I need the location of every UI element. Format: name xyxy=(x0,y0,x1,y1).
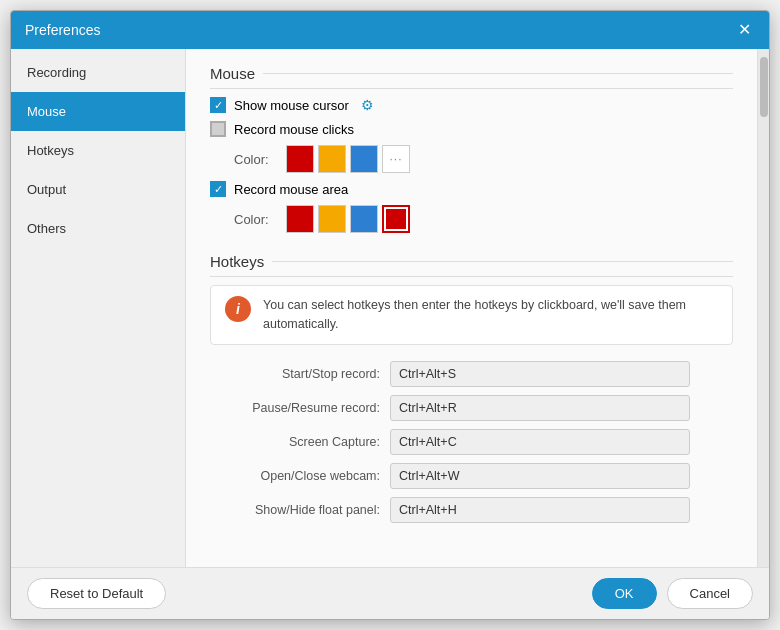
hotkey-row-1: Pause/Resume record: xyxy=(210,395,733,421)
hotkey-input-2[interactable] xyxy=(390,429,690,455)
mouse-section-title: Mouse xyxy=(210,65,733,89)
hotkey-label-0: Start/Stop record: xyxy=(210,367,390,381)
record-clicks-checkbox[interactable] xyxy=(210,121,226,137)
show-cursor-label: Show mouse cursor xyxy=(234,98,349,113)
color-swatch-more-1[interactable]: ··· xyxy=(382,145,410,173)
hotkey-row-0: Start/Stop record: xyxy=(210,361,733,387)
footer: Reset to Default OK Cancel xyxy=(11,567,769,619)
hotkeys-section-title: Hotkeys xyxy=(210,253,733,277)
record-area-label: Record mouse area xyxy=(234,182,348,197)
main-content: Mouse ✓ Show mouse cursor ⚙ xyxy=(186,49,757,567)
dialog-body: Recording Mouse Hotkeys Output Others Mo xyxy=(11,49,769,567)
checkmark-record-area: ✓ xyxy=(214,184,223,195)
sidebar-label-hotkeys: Hotkeys xyxy=(27,143,74,158)
color-swatch-blue-2[interactable] xyxy=(350,205,378,233)
info-text: You can select hotkeys then enter the ho… xyxy=(263,296,718,334)
sidebar-item-others[interactable]: Others xyxy=(11,209,185,248)
scrollbar-thumb[interactable] xyxy=(760,57,768,117)
sidebar-item-output[interactable]: Output xyxy=(11,170,185,209)
sidebar: Recording Mouse Hotkeys Output Others xyxy=(11,49,186,567)
color-label-2: Color: xyxy=(234,212,274,227)
hotkey-label-1: Pause/Resume record: xyxy=(210,401,390,415)
color-swatch-red-2[interactable] xyxy=(286,205,314,233)
color-label-1: Color: xyxy=(234,152,274,167)
hotkey-label-3: Open/Close webcam: xyxy=(210,469,390,483)
sidebar-item-mouse[interactable]: Mouse xyxy=(11,92,185,131)
hotkey-input-4[interactable] xyxy=(390,497,690,523)
hotkey-input-1[interactable] xyxy=(390,395,690,421)
sidebar-item-recording[interactable]: Recording xyxy=(11,53,185,92)
mouse-section: Mouse ✓ Show mouse cursor ⚙ xyxy=(210,65,733,233)
sidebar-label-recording: Recording xyxy=(27,65,86,80)
hotkey-input-3[interactable] xyxy=(390,463,690,489)
show-cursor-row: ✓ Show mouse cursor ⚙ xyxy=(210,97,733,113)
info-box: i You can select hotkeys then enter the … xyxy=(210,285,733,345)
record-clicks-label: Record mouse clicks xyxy=(234,122,354,137)
sidebar-label-mouse: Mouse xyxy=(27,104,66,119)
reset-button[interactable]: Reset to Default xyxy=(27,578,166,609)
sidebar-label-others: Others xyxy=(27,221,66,236)
hotkey-label-2: Screen Capture: xyxy=(210,435,390,449)
record-area-row: ✓ Record mouse area xyxy=(210,181,733,197)
record-area-checkbox[interactable]: ✓ xyxy=(210,181,226,197)
sidebar-label-output: Output xyxy=(27,182,66,197)
hotkey-row-4: Show/Hide float panel: xyxy=(210,497,733,523)
dialog-title: Preferences xyxy=(25,22,100,38)
hotkey-label-4: Show/Hide float panel: xyxy=(210,503,390,517)
show-cursor-checkbox[interactable]: ✓ xyxy=(210,97,226,113)
preferences-dialog: Preferences ✕ Recording Mouse Hotkeys Ou… xyxy=(10,10,770,620)
color-swatch-border-red[interactable] xyxy=(382,205,410,233)
footer-right: OK Cancel xyxy=(592,578,753,609)
sidebar-item-hotkeys[interactable]: Hotkeys xyxy=(11,131,185,170)
ok-button[interactable]: OK xyxy=(592,578,657,609)
gear-icon[interactable]: ⚙ xyxy=(361,97,374,113)
color-row-1: Color: ··· xyxy=(234,145,733,173)
checkmark-show-cursor: ✓ xyxy=(214,100,223,111)
cancel-button[interactable]: Cancel xyxy=(667,578,753,609)
info-icon: i xyxy=(225,296,251,322)
color-swatch-yellow-1[interactable] xyxy=(318,145,346,173)
record-clicks-row: Record mouse clicks xyxy=(210,121,733,137)
scrollbar-track[interactable] xyxy=(757,49,769,567)
color-row-2: Color: xyxy=(234,205,733,233)
color-swatch-blue-1[interactable] xyxy=(350,145,378,173)
hotkeys-section: Hotkeys i You can select hotkeys then en… xyxy=(210,253,733,523)
hotkey-row-3: Open/Close webcam: xyxy=(210,463,733,489)
hotkey-input-0[interactable] xyxy=(390,361,690,387)
color-swatch-yellow-2[interactable] xyxy=(318,205,346,233)
close-button[interactable]: ✕ xyxy=(734,20,755,40)
titlebar: Preferences ✕ xyxy=(11,11,769,49)
content-wrapper: Mouse ✓ Show mouse cursor ⚙ xyxy=(186,49,769,567)
color-swatch-red-1[interactable] xyxy=(286,145,314,173)
hotkey-row-2: Screen Capture: xyxy=(210,429,733,455)
